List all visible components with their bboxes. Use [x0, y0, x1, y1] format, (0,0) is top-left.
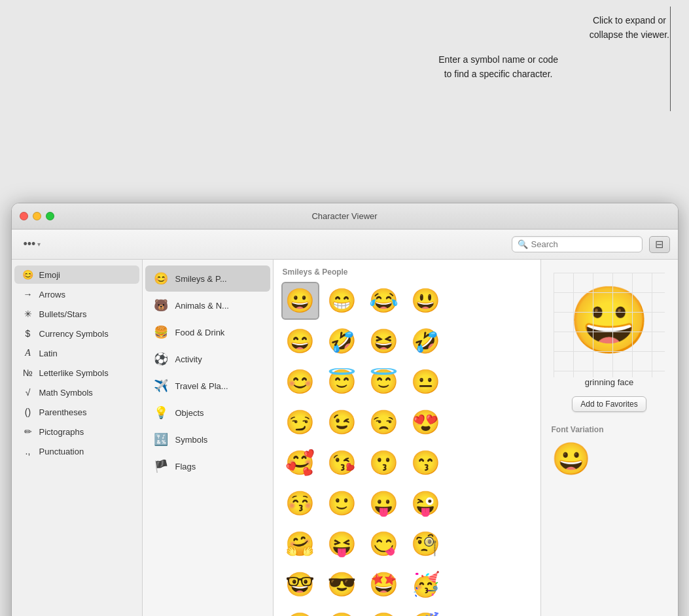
sidebar-item-label-math: Math Symbols [39, 388, 93, 398]
sidebar-item-bullets[interactable]: ✳ Bullets/Stars [14, 305, 139, 323]
category-smileys[interactable]: 😊 Smileys & P... [145, 265, 270, 292]
letterlike-icon: № [22, 367, 34, 379]
emoji-cell[interactable]: 🥳 [407, 566, 445, 604]
sidebar-item-currency[interactable]: $ Currency Symbols [14, 324, 139, 343]
emoji-cell[interactable]: 😋 [365, 525, 403, 563]
emoji-cell[interactable]: 😐 [407, 363, 445, 401]
sidebar-item-math[interactable]: √ Math Symbols [14, 383, 139, 402]
sidebar-item-label-bullets: Bullets/Stars [39, 309, 87, 319]
sidebar-item-arrows[interactable]: → Arrows [14, 285, 139, 303]
math-icon: √ [22, 386, 34, 398]
food-category-icon: 🍔 [153, 324, 169, 340]
emoji-cell[interactable]: 😂 [365, 282, 403, 320]
emoji-cell[interactable]: 😝 [323, 525, 361, 563]
emoji-cell[interactable]: 😎 [323, 566, 361, 604]
menu-button[interactable]: ••• ▾ [20, 235, 45, 253]
emoji-cell[interactable]: 😍 [407, 403, 445, 441]
sidebar-item-parens[interactable]: () Parentheses [14, 403, 139, 421]
emoji-cell[interactable]: 😄 [281, 322, 319, 360]
sidebar-item-label-picto: Pictographs [39, 427, 84, 437]
emoji-cell[interactable]: 😔 [323, 606, 361, 616]
close-button[interactable] [20, 212, 28, 220]
emoji-cell[interactable]: 😜 [407, 485, 445, 522]
emoji-cell[interactable]: 😇 [365, 363, 403, 401]
window-title: Character Viewer [311, 211, 377, 221]
picto-icon: ✏ [22, 426, 34, 437]
sidebar-item-label-letterlike: Letterlike Symbols [39, 368, 109, 378]
maximize-button[interactable] [46, 212, 54, 220]
emoji-cell[interactable]: 😘 [323, 444, 361, 482]
emoji-cell[interactable]: 😁 [323, 282, 361, 320]
emoji-cell[interactable]: 😒 [365, 403, 403, 441]
category-label-food: Food & Drink [175, 328, 225, 337]
category-travel[interactable]: ✈️ Travel & Pla... [145, 373, 270, 399]
titlebar: Character Viewer [12, 203, 678, 230]
chevron-down-icon: ▾ [37, 241, 41, 248]
category-food[interactable]: 🍔 Food & Drink [145, 319, 270, 345]
emoji-cell[interactable]: 🙂 [323, 485, 361, 522]
travel-category-icon: ✈️ [153, 378, 169, 394]
category-activity[interactable]: ⚽ Activity [145, 346, 270, 372]
expand-collapse-button[interactable]: ⊟ [649, 236, 670, 253]
emoji-cell[interactable]: 🥰 [281, 444, 319, 482]
emoji-cell[interactable]: 🤗 [281, 525, 319, 563]
emoji-cell[interactable]: 😆 [365, 322, 403, 360]
emoji-cell[interactable]: 😪 [365, 606, 403, 616]
section-title: Smileys & People [281, 267, 533, 277]
category-label-animals: Animals & N... [175, 301, 229, 311]
sidebar-item-label-parens: Parentheses [39, 407, 87, 417]
emoji-cell[interactable]: 🧐 [407, 525, 445, 563]
objects-category-icon: 💡 [153, 405, 169, 420]
category-label-symbols: Symbols [175, 435, 208, 445]
symbols-category-icon: 🔣 [153, 432, 169, 447]
character-viewer-window: Character Viewer ••• ▾ 🔍 ⊟ 😊 Emoji → [11, 203, 679, 616]
sidebar-item-emoji[interactable]: 😊 Emoji [14, 265, 139, 284]
emoji-cell[interactable]: 🤣 [323, 322, 361, 360]
sidebar-item-punct[interactable]: ., Punctuation [14, 442, 139, 460]
emoji-cell[interactable]: 🤣 [407, 322, 445, 360]
emoji-cell[interactable]: 😀 [281, 282, 319, 320]
emoji-cell[interactable]: 😊 [281, 363, 319, 401]
emoji-cell[interactable]: 😛 [365, 485, 403, 522]
emoji-cell[interactable]: 😏 [281, 403, 319, 441]
sidebar-item-label-currency: Currency Symbols [39, 329, 109, 339]
animals-category-icon: 🐻 [153, 298, 169, 313]
category-label-smileys: Smileys & P... [175, 274, 227, 284]
sidebar-item-label-emoji: Emoji [39, 270, 61, 280]
emoji-cell[interactable]: 🤩 [365, 566, 403, 604]
toolbar: ••• ▾ 🔍 ⊟ [12, 230, 678, 260]
detail-emoji-wrapper: 😀 [554, 273, 665, 377]
emoji-cell[interactable]: 🤓 [281, 566, 319, 604]
font-variation-title: Font Variation [552, 425, 604, 434]
emoji-cell[interactable]: 😚 [281, 485, 319, 522]
bullets-icon: ✳ [22, 308, 34, 320]
add-to-favorites-button[interactable]: Add to Favorites [572, 396, 646, 412]
emoji-cell[interactable]: 😙 [407, 444, 445, 482]
sidebar-item-latin[interactable]: A Latin [14, 344, 139, 362]
flags-category-icon: 🏴 [153, 458, 169, 474]
emoji-cell[interactable]: 😴 [407, 606, 445, 616]
emoji-cell[interactable]: 😗 [365, 444, 403, 482]
middle-sidebar: 😊 Smileys & P... 🐻 Animals & N... 🍔 Food… [143, 260, 274, 616]
arrows-icon: → [22, 288, 34, 300]
sidebar-item-label-punct: Punctuation [39, 447, 84, 456]
emoji-cell[interactable]: 😌 [281, 606, 319, 616]
minimize-button[interactable] [33, 212, 41, 220]
expand-icon: ⊟ [655, 238, 663, 250]
parens-icon: () [22, 406, 34, 418]
emoji-cell[interactable]: 😉 [323, 403, 361, 441]
annotation-search: Enter a symbol name or code to find a sp… [438, 52, 558, 82]
sidebar-item-picto[interactable]: ✏ Pictographs [14, 422, 139, 441]
search-input[interactable] [531, 239, 637, 249]
emoji-cell[interactable]: 😇 [323, 363, 361, 401]
left-sidebar: 😊 Emoji → Arrows ✳ Bullets/Stars $ Curre… [12, 260, 143, 616]
emoji-cell[interactable]: 😃 [407, 282, 445, 320]
emoji-grid: 😀😁😂😃😄🤣😆🤣😊😇😇😐😏😉😒😍🥰😘😗😙😚🙂😛😜🤗😝😋🧐🤓😎🤩🥳😌😔😪😴 [281, 282, 533, 616]
category-flags[interactable]: 🏴 Flags [145, 453, 270, 479]
category-objects[interactable]: 💡 Objects [145, 400, 270, 426]
sidebar-item-letterlike[interactable]: № Letterlike Symbols [14, 364, 139, 382]
category-label-objects: Objects [175, 408, 204, 418]
category-symbols[interactable]: 🔣 Symbols [145, 426, 270, 453]
category-animals[interactable]: 🐻 Animals & N... [145, 292, 270, 318]
search-container: 🔍 [512, 236, 643, 252]
